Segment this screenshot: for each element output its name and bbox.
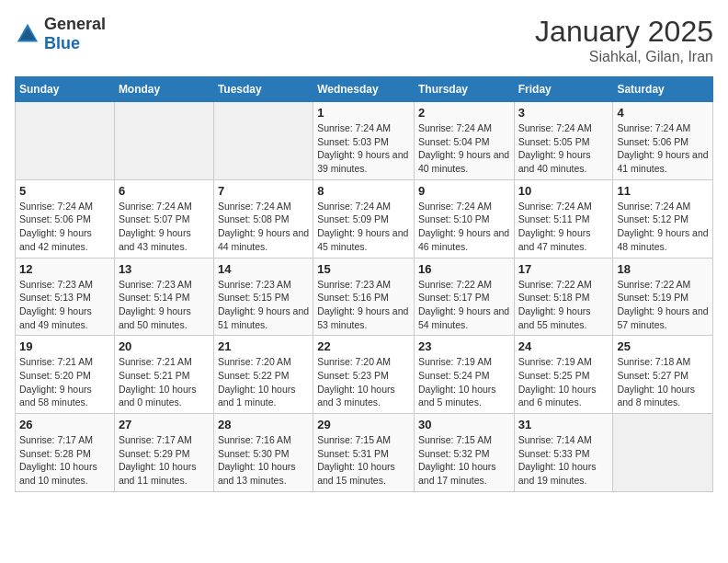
day-info: Sunrise: 7:16 AM Sunset: 5:30 PM Dayligh… — [218, 433, 309, 488]
calendar-cell: 10Sunrise: 7:24 AM Sunset: 5:11 PM Dayli… — [514, 179, 613, 258]
day-info: Sunrise: 7:24 AM Sunset: 5:06 PM Dayligh… — [19, 200, 110, 254]
day-number: 16 — [418, 262, 510, 276]
day-info: Sunrise: 7:19 AM Sunset: 5:24 PM Dayligh… — [418, 355, 510, 409]
day-number: 26 — [19, 418, 110, 431]
logo: General Blue — [15, 15, 106, 53]
calendar-cell: 4Sunrise: 7:24 AM Sunset: 5:06 PM Daylig… — [613, 102, 713, 180]
day-number: 8 — [317, 184, 410, 198]
calendar-cell: 22Sunrise: 7:20 AM Sunset: 5:23 PM Dayli… — [313, 336, 415, 414]
day-info: Sunrise: 7:14 AM Sunset: 5:33 PM Dayligh… — [518, 433, 609, 488]
day-info: Sunrise: 7:24 AM Sunset: 5:10 PM Dayligh… — [418, 200, 510, 254]
logo-general-label: General — [44, 15, 106, 34]
day-info: Sunrise: 7:21 AM Sunset: 5:20 PM Dayligh… — [19, 355, 110, 409]
header-day-saturday: Saturday — [613, 77, 713, 102]
day-info: Sunrise: 7:21 AM Sunset: 5:21 PM Dayligh… — [119, 355, 210, 409]
calendar-cell: 6Sunrise: 7:24 AM Sunset: 5:07 PM Daylig… — [114, 179, 213, 258]
header-day-monday: Monday — [114, 77, 213, 102]
day-info: Sunrise: 7:24 AM Sunset: 5:12 PM Dayligh… — [617, 200, 709, 254]
day-number: 20 — [119, 339, 210, 353]
day-number: 23 — [418, 339, 510, 353]
calendar-cell — [613, 414, 713, 492]
day-info: Sunrise: 7:23 AM Sunset: 5:15 PM Dayligh… — [218, 278, 309, 332]
day-info: Sunrise: 7:19 AM Sunset: 5:25 PM Dayligh… — [518, 355, 609, 409]
day-number: 13 — [119, 262, 210, 276]
day-info: Sunrise: 7:23 AM Sunset: 5:14 PM Dayligh… — [119, 278, 210, 332]
calendar-cell: 15Sunrise: 7:23 AM Sunset: 5:16 PM Dayli… — [313, 258, 415, 336]
title-block: January 2025 Siahkal, Gilan, Iran — [535, 15, 713, 65]
day-info: Sunrise: 7:15 AM Sunset: 5:32 PM Dayligh… — [418, 433, 510, 488]
calendar-cell: 1Sunrise: 7:24 AM Sunset: 5:03 PM Daylig… — [313, 102, 415, 180]
day-info: Sunrise: 7:17 AM Sunset: 5:28 PM Dayligh… — [19, 433, 110, 488]
calendar-cell: 21Sunrise: 7:20 AM Sunset: 5:22 PM Dayli… — [213, 336, 313, 414]
day-info: Sunrise: 7:24 AM Sunset: 5:11 PM Dayligh… — [518, 200, 609, 254]
day-info: Sunrise: 7:15 AM Sunset: 5:31 PM Dayligh… — [317, 433, 410, 488]
calendar-cell: 30Sunrise: 7:15 AM Sunset: 5:32 PM Dayli… — [414, 414, 514, 492]
calendar-cell: 29Sunrise: 7:15 AM Sunset: 5:31 PM Dayli… — [313, 414, 415, 492]
day-number: 31 — [518, 418, 609, 431]
header: General Blue January 2025 Siahkal, Gilan… — [15, 15, 713, 65]
calendar-cell: 24Sunrise: 7:19 AM Sunset: 5:25 PM Dayli… — [514, 336, 613, 414]
calendar-cell: 12Sunrise: 7:23 AM Sunset: 5:13 PM Dayli… — [16, 258, 115, 336]
calendar-cell: 27Sunrise: 7:17 AM Sunset: 5:29 PM Dayli… — [114, 414, 213, 492]
day-number: 30 — [418, 418, 510, 431]
day-number: 6 — [119, 184, 210, 198]
day-info: Sunrise: 7:24 AM Sunset: 5:08 PM Dayligh… — [218, 200, 309, 254]
calendar-cell: 7Sunrise: 7:24 AM Sunset: 5:08 PM Daylig… — [213, 179, 313, 258]
calendar-cell: 9Sunrise: 7:24 AM Sunset: 5:10 PM Daylig… — [414, 179, 514, 258]
logo-icon — [15, 21, 40, 47]
day-info: Sunrise: 7:24 AM Sunset: 5:05 PM Dayligh… — [518, 121, 609, 176]
day-number: 3 — [518, 106, 609, 120]
calendar-cell: 19Sunrise: 7:21 AM Sunset: 5:20 PM Dayli… — [16, 336, 115, 414]
day-info: Sunrise: 7:22 AM Sunset: 5:18 PM Dayligh… — [518, 278, 609, 332]
day-number: 4 — [617, 106, 709, 120]
day-number: 21 — [218, 339, 309, 353]
day-info: Sunrise: 7:23 AM Sunset: 5:16 PM Dayligh… — [317, 278, 410, 332]
day-number: 29 — [317, 418, 410, 431]
day-info: Sunrise: 7:24 AM Sunset: 5:04 PM Dayligh… — [418, 121, 510, 176]
calendar-cell: 23Sunrise: 7:19 AM Sunset: 5:24 PM Dayli… — [414, 336, 514, 414]
week-row-1: 1Sunrise: 7:24 AM Sunset: 5:03 PM Daylig… — [16, 102, 713, 180]
header-day-sunday: Sunday — [16, 77, 115, 102]
day-info: Sunrise: 7:17 AM Sunset: 5:29 PM Dayligh… — [119, 433, 210, 488]
header-day-tuesday: Tuesday — [213, 77, 313, 102]
header-row: SundayMondayTuesdayWednesdayThursdayFrid… — [16, 77, 713, 102]
calendar-cell: 17Sunrise: 7:22 AM Sunset: 5:18 PM Dayli… — [514, 258, 613, 336]
day-number: 10 — [518, 184, 609, 198]
day-info: Sunrise: 7:18 AM Sunset: 5:27 PM Dayligh… — [617, 355, 709, 409]
calendar-cell: 11Sunrise: 7:24 AM Sunset: 5:12 PM Dayli… — [613, 179, 713, 258]
day-number: 24 — [518, 339, 609, 353]
calendar-subtitle: Siahkal, Gilan, Iran — [535, 49, 713, 65]
calendar-cell: 16Sunrise: 7:22 AM Sunset: 5:17 PM Dayli… — [414, 258, 514, 336]
day-number: 15 — [317, 262, 410, 276]
calendar-cell: 2Sunrise: 7:24 AM Sunset: 5:04 PM Daylig… — [414, 102, 514, 180]
week-row-4: 19Sunrise: 7:21 AM Sunset: 5:20 PM Dayli… — [16, 336, 713, 414]
calendar-cell: 18Sunrise: 7:22 AM Sunset: 5:19 PM Dayli… — [613, 258, 713, 336]
header-day-thursday: Thursday — [414, 77, 514, 102]
day-info: Sunrise: 7:24 AM Sunset: 5:06 PM Dayligh… — [617, 121, 709, 176]
day-number: 9 — [418, 184, 510, 198]
day-number: 27 — [119, 418, 210, 431]
calendar-cell: 26Sunrise: 7:17 AM Sunset: 5:28 PM Dayli… — [16, 414, 115, 492]
day-number: 18 — [617, 262, 709, 276]
calendar-cell: 31Sunrise: 7:14 AM Sunset: 5:33 PM Dayli… — [514, 414, 613, 492]
calendar-table: SundayMondayTuesdayWednesdayThursdayFrid… — [15, 76, 713, 492]
day-number: 14 — [218, 262, 309, 276]
day-number: 17 — [518, 262, 609, 276]
calendar-title: January 2025 — [535, 15, 713, 49]
calendar-cell: 25Sunrise: 7:18 AM Sunset: 5:27 PM Dayli… — [613, 336, 713, 414]
calendar-cell — [16, 102, 115, 180]
day-number: 28 — [218, 418, 309, 431]
logo-blue-label: Blue — [44, 34, 106, 53]
day-info: Sunrise: 7:24 AM Sunset: 5:03 PM Dayligh… — [317, 121, 410, 176]
calendar-cell: 13Sunrise: 7:23 AM Sunset: 5:14 PM Dayli… — [114, 258, 213, 336]
day-number: 1 — [317, 106, 410, 120]
day-number: 11 — [617, 184, 709, 198]
day-number: 25 — [617, 339, 709, 353]
day-number: 12 — [19, 262, 110, 276]
day-info: Sunrise: 7:20 AM Sunset: 5:23 PM Dayligh… — [317, 355, 410, 409]
week-row-3: 12Sunrise: 7:23 AM Sunset: 5:13 PM Dayli… — [16, 258, 713, 336]
day-info: Sunrise: 7:22 AM Sunset: 5:19 PM Dayligh… — [617, 278, 709, 332]
calendar-cell: 8Sunrise: 7:24 AM Sunset: 5:09 PM Daylig… — [313, 179, 415, 258]
week-row-5: 26Sunrise: 7:17 AM Sunset: 5:28 PM Dayli… — [16, 414, 713, 492]
week-row-2: 5Sunrise: 7:24 AM Sunset: 5:06 PM Daylig… — [16, 179, 713, 258]
